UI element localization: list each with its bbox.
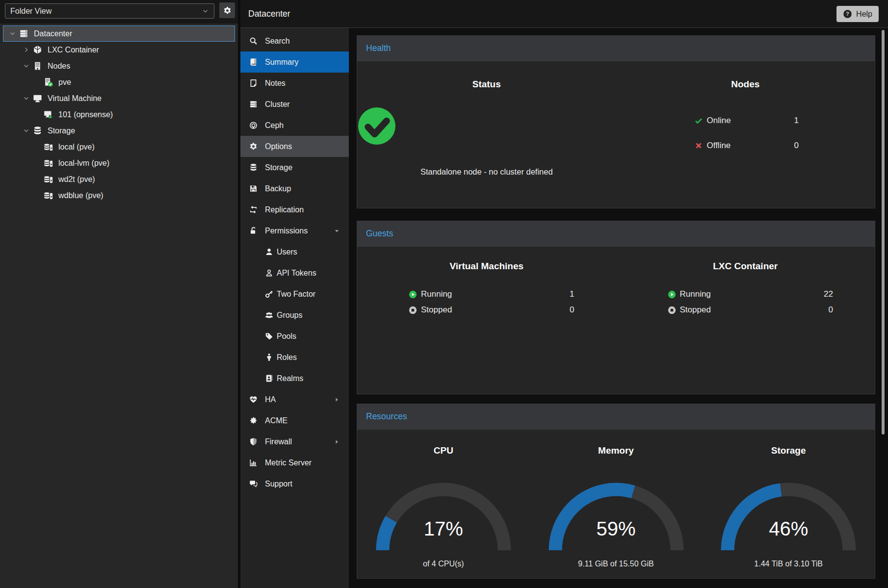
caret-right-icon[interactable] bbox=[21, 46, 31, 53]
menu-item-backup[interactable]: Backup bbox=[240, 178, 349, 199]
tree-item-nodes[interactable]: Nodes bbox=[3, 58, 235, 74]
guests-column-lxc-container: LXC ContainerRunning22Stopped0 bbox=[616, 247, 875, 394]
play-icon bbox=[668, 290, 676, 299]
menu-item-label: Groups bbox=[277, 311, 302, 320]
tree-item-101-opnsense-[interactable]: 101 (opnsense) bbox=[3, 106, 235, 123]
menu-item-label: API Tokens bbox=[277, 269, 316, 278]
tree-item-datacenter[interactable]: Datacenter bbox=[3, 26, 235, 42]
note-icon bbox=[248, 79, 258, 87]
guest-status-row: Running22 bbox=[668, 288, 834, 301]
tree-item-pve[interactable]: pve bbox=[3, 74, 235, 90]
menu-item-label: Replication bbox=[265, 205, 304, 214]
menu-item-groups[interactable]: Groups bbox=[240, 305, 349, 326]
menu-item-replication[interactable]: Replication bbox=[240, 199, 349, 220]
chart-icon bbox=[248, 459, 258, 467]
node-status-value: 1 bbox=[794, 116, 799, 126]
tree-item-label: Datacenter bbox=[34, 29, 72, 38]
gauge-cpu: CPU17%of 4 CPU(s) bbox=[357, 430, 530, 579]
tree-item-local-pve-[interactable]: local (pve) bbox=[3, 139, 235, 155]
menu-item-cluster[interactable]: Cluster bbox=[240, 94, 349, 115]
triangle-right-icon[interactable] bbox=[334, 396, 340, 403]
menu-item-users[interactable]: Users bbox=[240, 241, 349, 262]
help-button[interactable]: ? Help bbox=[836, 6, 879, 22]
floppy-icon bbox=[248, 184, 258, 193]
menu-item-api-tokens[interactable]: API Tokens bbox=[240, 262, 349, 283]
user-icon bbox=[264, 248, 274, 256]
caret-down-icon[interactable] bbox=[7, 30, 17, 37]
menu-item-search[interactable]: Search bbox=[240, 30, 349, 51]
caret-down-icon[interactable] bbox=[21, 62, 31, 70]
tree-item-lxc-container[interactable]: LXC Container bbox=[3, 42, 235, 58]
gauge-arc: 17% bbox=[370, 478, 517, 554]
badge-icon bbox=[248, 416, 258, 425]
view-mode-select[interactable]: Folder View bbox=[5, 3, 214, 19]
tree-item-wdblue-pve-[interactable]: wdblue (pve) bbox=[3, 187, 235, 204]
nodes-heading: Nodes bbox=[616, 79, 875, 90]
menu-item-label: Users bbox=[277, 248, 297, 256]
menu-item-label: ACME bbox=[265, 416, 287, 425]
tree-item-virtual-machine[interactable]: Virtual Machine bbox=[3, 90, 235, 106]
guest-status-value: 1 bbox=[570, 289, 574, 299]
resources-panel-title: Resources bbox=[366, 411, 407, 422]
menu-item-summary[interactable]: Summary bbox=[240, 51, 349, 73]
gauge-percent: 17% bbox=[370, 518, 517, 540]
database-drive-icon bbox=[42, 142, 54, 152]
menu-item-metric-server[interactable]: Metric Server bbox=[240, 452, 349, 473]
menu-item-roles[interactable]: Roles bbox=[240, 347, 349, 368]
menu-item-storage[interactable]: Storage bbox=[240, 157, 349, 178]
unlock-icon bbox=[248, 227, 258, 235]
menu-item-ha[interactable]: HA bbox=[240, 389, 349, 410]
menu-item-label: Summary bbox=[265, 58, 298, 67]
menu-item-acme[interactable]: ACME bbox=[240, 410, 349, 431]
summary-content: Health Status Standalone node - no clust… bbox=[349, 28, 888, 588]
status-ok-icon bbox=[357, 106, 396, 146]
caret-down-icon[interactable] bbox=[21, 95, 31, 102]
top-bar: Datacenter ? Help bbox=[240, 0, 888, 28]
menu-item-notes[interactable]: Notes bbox=[240, 73, 349, 94]
menu-item-pools[interactable]: Pools bbox=[240, 326, 349, 347]
guests-column-heading: Virtual Machines bbox=[357, 261, 616, 272]
menu-item-two-factor[interactable]: Two Factor bbox=[240, 283, 349, 305]
stop-icon bbox=[409, 306, 417, 314]
database-drive-icon bbox=[42, 175, 54, 184]
scrollbar-thumb[interactable] bbox=[882, 30, 885, 435]
tree-item-label: pve bbox=[58, 78, 71, 87]
tree-item-label: Nodes bbox=[48, 62, 70, 71]
caret-down-icon[interactable] bbox=[21, 127, 31, 134]
cross-icon bbox=[695, 142, 703, 150]
tree-item-label: local (pve) bbox=[58, 143, 95, 152]
guest-status-row: Running1 bbox=[409, 288, 575, 301]
nodes-column: Nodes Online1Offline0 bbox=[616, 61, 875, 208]
menu-item-label: HA bbox=[265, 395, 276, 404]
menu-item-ceph[interactable]: Ceph bbox=[240, 115, 349, 136]
user-outline-icon bbox=[264, 269, 274, 277]
triangle-right-icon[interactable] bbox=[334, 438, 340, 445]
tree-item-local-lvm-pve-[interactable]: local-lvm (pve) bbox=[3, 155, 235, 171]
gauge-arc: 46% bbox=[715, 478, 862, 554]
menu-item-options[interactable]: Options bbox=[240, 136, 349, 157]
gauge-detail: of 4 CPU(s) bbox=[423, 560, 464, 568]
person-icon bbox=[264, 353, 274, 361]
tree-item-wd2t-pve-[interactable]: wd2t (pve) bbox=[3, 171, 235, 187]
menu-item-permissions[interactable]: Permissions bbox=[240, 220, 349, 241]
menu-item-label: Roles bbox=[277, 353, 297, 362]
building-check-icon bbox=[42, 77, 54, 87]
menu-item-realms[interactable]: Realms bbox=[240, 368, 349, 389]
gauge-percent: 46% bbox=[715, 518, 862, 540]
resource-tree: DatacenterLXC ContainerNodespveVirtual M… bbox=[0, 24, 238, 588]
menu-item-label: Permissions bbox=[265, 227, 308, 235]
menu-item-firewall[interactable]: Firewall bbox=[240, 431, 349, 452]
tree-toolbar: Folder View bbox=[0, 0, 238, 24]
cube-icon bbox=[31, 45, 44, 54]
users-icon bbox=[264, 311, 274, 319]
triangle-down-icon[interactable] bbox=[334, 228, 340, 234]
tag-icon bbox=[264, 332, 274, 340]
monitor-icon bbox=[31, 94, 44, 103]
guests-panel-header: Guests bbox=[357, 221, 875, 247]
tree-settings-button[interactable] bbox=[219, 2, 235, 18]
tree-item-storage[interactable]: Storage bbox=[3, 123, 235, 139]
shield-icon bbox=[248, 437, 258, 446]
menu-item-label: Ceph bbox=[265, 121, 284, 130]
tree-item-label: Storage bbox=[48, 127, 75, 135]
menu-item-support[interactable]: Support bbox=[240, 473, 349, 494]
